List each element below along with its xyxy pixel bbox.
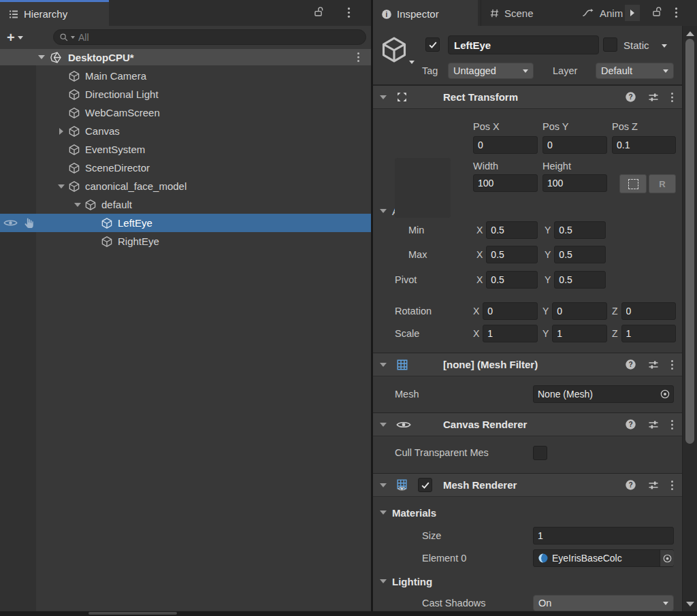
pos-z-field[interactable] — [612, 136, 676, 154]
foldout-expanded-icon[interactable] — [380, 363, 387, 367]
scrollbar-thumb[interactable] — [685, 39, 694, 444]
kebab-menu-icon[interactable] — [670, 92, 674, 103]
anchor-min-y-field[interactable] — [554, 221, 606, 239]
hierarchy-item-canonical-face-model[interactable]: canonical_face_model — [0, 177, 371, 195]
anchor-max-x-field[interactable] — [486, 246, 538, 263]
rotation-z-field[interactable] — [621, 302, 676, 320]
pos-y-field[interactable] — [542, 136, 607, 154]
scale-x-field[interactable] — [483, 325, 538, 342]
foldout-collapsed-icon[interactable] — [59, 128, 63, 135]
tab-overflow-button[interactable] — [625, 5, 640, 21]
kebab-menu-icon[interactable] — [670, 359, 674, 370]
kebab-menu-icon[interactable] — [670, 419, 674, 430]
scale-z-field[interactable] — [621, 325, 676, 342]
canvas-renderer-header[interactable]: Canvas Renderer — [373, 412, 683, 436]
tab-hierarchy[interactable]: Hierarchy — [0, 0, 109, 26]
gameobject-name-field[interactable] — [448, 35, 599, 54]
create-object-button[interactable]: + — [7, 31, 23, 44]
lock-icon[interactable] — [651, 6, 663, 18]
anchor-max-y-field[interactable] — [554, 246, 606, 263]
presets-icon[interactable] — [648, 419, 659, 430]
cast-shadows-dropdown[interactable]: On — [533, 595, 674, 611]
hierarchy-item-scenedirector[interactable]: SceneDirector — [0, 159, 371, 177]
lighting-foldout[interactable]: Lighting — [373, 572, 674, 591]
axis-x-label: X — [476, 249, 483, 260]
gameobject-icon-button[interactable] — [380, 35, 408, 64]
materials-foldout[interactable]: Materials — [373, 503, 674, 522]
presets-icon[interactable] — [648, 359, 659, 370]
pickability-hand-icon[interactable] — [23, 217, 35, 229]
scroll-down-arrow[interactable] — [683, 598, 697, 610]
presets-icon[interactable] — [648, 480, 659, 491]
anchor-min-x-field[interactable] — [486, 221, 538, 239]
item-label: LeftEye — [118, 217, 152, 229]
cull-transparent-mesh-checkbox[interactable] — [533, 446, 547, 460]
height-field[interactable] — [542, 174, 607, 192]
scroll-up-arrow[interactable] — [683, 27, 697, 39]
pivot-y-field[interactable] — [554, 271, 606, 289]
layer-label: Layer — [553, 65, 577, 76]
hierarchy-item-lefteye-selected[interactable]: LeftEye — [0, 214, 371, 232]
layer-dropdown[interactable]: Default — [596, 63, 674, 79]
pos-x-field[interactable] — [473, 136, 538, 154]
blueprint-mode-button[interactable] — [619, 174, 647, 193]
static-flags-caret-icon[interactable] — [662, 44, 667, 48]
item-label: RightEye — [118, 236, 159, 247]
hierarchy-item-eventsystem[interactable]: EventSystem — [0, 140, 371, 159]
mesh-filter-header[interactable]: [none] (Mesh Filter) — [373, 353, 683, 376]
item-label: WebCamScreen — [85, 107, 160, 118]
mesh-renderer-enabled-checkbox[interactable] — [418, 478, 432, 492]
scale-y-field[interactable] — [552, 325, 607, 342]
foldout-expanded-icon[interactable] — [380, 95, 387, 99]
inspector-scrollbar[interactable] — [682, 26, 697, 611]
check-icon — [428, 40, 438, 50]
foldout-expanded-icon[interactable] — [380, 483, 387, 487]
object-picker-segment[interactable] — [660, 550, 674, 566]
hierarchy-item-directional-light[interactable]: Directional Light — [0, 85, 371, 103]
rotation-x-field[interactable] — [483, 302, 538, 320]
anchor-preset-widget[interactable] — [395, 158, 451, 218]
tab-scene[interactable]: Scene — [481, 0, 566, 26]
hierarchy-search[interactable] — [53, 29, 366, 45]
tab-anim[interactable]: Anim — [574, 0, 625, 26]
kebab-menu-icon[interactable] — [675, 7, 678, 18]
active-checkbox[interactable] — [425, 37, 440, 52]
presets-icon[interactable] — [648, 92, 659, 103]
kebab-menu-icon[interactable] — [347, 7, 351, 18]
hierarchy-item-canvas[interactable]: Canvas — [0, 122, 371, 140]
hierarchy-item-righteye[interactable]: RightEye — [0, 232, 371, 250]
hierarchy-item-default[interactable]: default — [0, 195, 371, 214]
horizontal-scrollbar-thumb[interactable] — [88, 612, 177, 615]
static-checkbox[interactable] — [603, 37, 617, 52]
scene-row-desktopcpu[interactable]: DesktopCPU* — [0, 49, 371, 65]
help-icon[interactable] — [625, 359, 636, 370]
visibility-eye-icon[interactable] — [3, 218, 18, 227]
object-picker-icon[interactable] — [660, 389, 670, 400]
foldout-expanded-icon[interactable] — [74, 203, 81, 207]
tag-dropdown[interactable]: Untagged — [448, 63, 534, 79]
help-icon[interactable] — [625, 479, 636, 491]
width-field[interactable] — [473, 174, 538, 192]
kebab-menu-icon[interactable] — [670, 480, 674, 491]
scene-kebab-icon[interactable] — [357, 52, 360, 63]
tag-label: Tag — [422, 65, 438, 76]
cast-shadows-label: Cast Shadows — [422, 598, 486, 609]
help-icon[interactable] — [625, 91, 636, 103]
tab-inspector[interactable]: Inspector — [373, 0, 478, 26]
foldout-expanded-icon[interactable] — [58, 184, 65, 189]
mesh-object-field[interactable]: None (Mesh) — [533, 385, 674, 403]
lock-icon[interactable] — [313, 6, 325, 18]
help-icon[interactable] — [625, 419, 636, 430]
hierarchy-item-webcamscreen[interactable]: WebCamScreen — [0, 103, 371, 122]
foldout-expanded-icon[interactable] — [380, 423, 387, 427]
element0-material-field[interactable]: EyeIrisBaseColc — [533, 549, 674, 567]
rotation-y-field[interactable] — [552, 302, 607, 320]
search-input[interactable] — [77, 31, 360, 44]
rect-transform-header[interactable]: Rect Transform — [373, 85, 683, 109]
materials-size-field[interactable] — [533, 527, 674, 545]
pivot-x-field[interactable] — [486, 271, 538, 289]
foldout-expanded-icon[interactable] — [38, 55, 45, 59]
mesh-renderer-header[interactable]: Mesh Renderer — [373, 473, 683, 497]
raw-edit-mode-button[interactable]: R — [649, 174, 676, 193]
hierarchy-item-main-camera[interactable]: Main Camera — [0, 67, 371, 85]
